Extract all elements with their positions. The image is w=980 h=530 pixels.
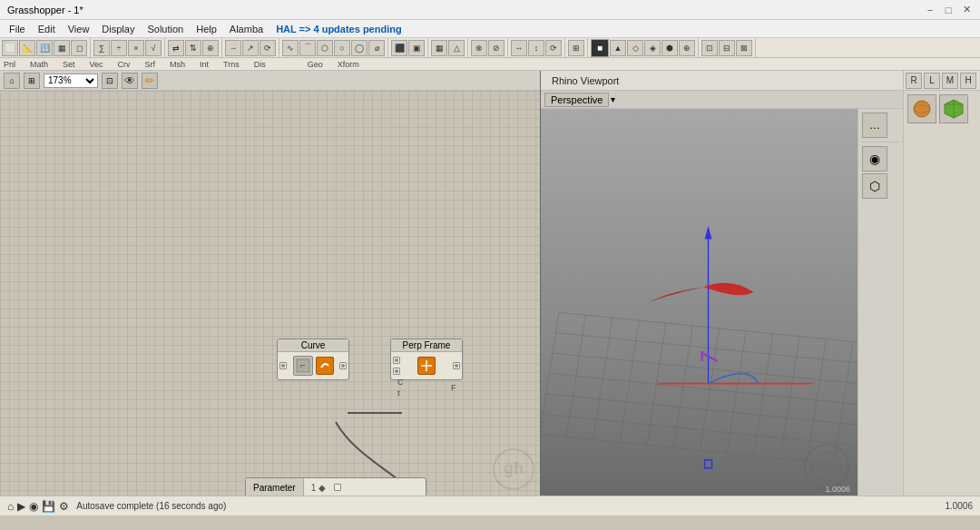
perp-frame-outputs [451,352,462,379]
tb-btn-22[interactable]: ⬛ [391,40,407,56]
parameter-node-label: Parameter [246,478,304,496]
menu-alamba[interactable]: Alamba [224,23,269,35]
svg-point-33 [914,101,930,117]
tb-btn-21[interactable]: ⌀ [368,40,385,56]
viewport-label-bar: Perspective ▾ [541,91,903,109]
tb-btn-17[interactable]: ⌒ [299,40,316,56]
right-side-panel: R L M H [903,71,980,496]
rhino-3d-canvas[interactable]: ... … ◉ ⬡ [541,109,903,496]
rp-btn-sphere[interactable] [907,94,936,123]
svg-point-2 [319,360,330,371]
tb-btn-34[interactable]: ◈ [644,40,661,56]
status-icon-home[interactable]: ⌂ [7,500,14,513]
canvas-btn-home[interactable]: ⌂ [4,73,20,89]
perp-frame-f-port[interactable] [453,362,460,369]
menubar: File Edit View Display Solution Help Ala… [0,20,980,38]
menu-view[interactable]: View [63,23,95,35]
tb-btn-26[interactable]: ⊗ [471,40,487,56]
grasshopper-canvas[interactable]: ⌂ ⊞ 173% 100% 50% ⊡ 👁 ✏ Curve [0,71,540,496]
toolbar-section-int: ⊗ ⊘ [471,38,508,57]
tb-btn-37[interactable]: ⊡ [701,40,718,56]
tb-btn-9[interactable]: √ [145,40,162,56]
tb-display-btn[interactable]: ■ [591,39,609,57]
tb-btn-4[interactable]: ▦ [54,40,70,56]
curve-output-port[interactable] [339,362,347,369]
rhino-divider [862,142,899,142]
curve-node[interactable]: Curve ⌐ [277,339,349,380]
tb-btn-3[interactable]: 🔢 [36,40,53,56]
label-msh: Msh [170,60,185,69]
rhino-btn-1[interactable]: … [862,113,887,138]
tb-btn-28[interactable]: ↔ [511,40,527,56]
curve-input-port[interactable] [279,362,287,369]
tb-btn-39[interactable]: ⊠ [736,40,752,56]
perp-frame-node[interactable]: Perp Frame [390,339,463,380]
rp-top-btn-1[interactable]: R [906,73,922,89]
menu-display[interactable]: Display [96,23,140,35]
parameter-output-port[interactable] [334,484,341,491]
status-icon-stop[interactable]: ◉ [29,500,38,513]
status-icon-settings[interactable]: ⚙ [59,500,69,513]
tb-btn-11[interactable]: ⇅ [185,40,201,56]
perp-frame-c-port[interactable] [393,357,400,364]
tb-btn-16[interactable]: ∿ [282,40,299,56]
tb-btn-33[interactable]: ◇ [627,40,643,56]
tb-btn-14[interactable]: ↗ [242,40,259,56]
rhino-btn-sphere[interactable]: ◉ [862,146,887,172]
tb-btn-24[interactable]: ▦ [431,40,447,56]
tb-btn-10[interactable]: ⇄ [168,40,184,56]
statusbar-left: ⌂ ▶ ◉ 💾 ⚙ [7,500,69,513]
tb-btn-8[interactable]: × [128,40,144,56]
perp-f-label: F [451,383,456,392]
status-icon-save[interactable]: 💾 [42,500,55,513]
tb-btn-38[interactable]: ⊟ [719,40,735,56]
tb-btn-19[interactable]: ○ [334,40,350,56]
tb-btn-15[interactable]: ⟳ [260,40,276,56]
menu-hal[interactable]: HAL => 4 updates pending [270,23,407,35]
perp-frame-c-dot [395,358,398,362]
perp-frame-t-port[interactable] [393,368,400,375]
tb-btn-32[interactable]: ▲ [610,40,626,56]
menu-edit[interactable]: Edit [33,23,61,35]
zoom-selector[interactable]: 173% 100% 50% [44,74,98,88]
rp-top-btn-3[interactable]: M [942,73,958,89]
canvas-btn-grid[interactable]: ⊞ [24,73,40,89]
tb-btn-36[interactable]: ⊕ [679,40,695,56]
rp-top-btn-2[interactable]: L [924,73,940,89]
curve-node-body: ⌐ [278,352,348,379]
tb-btn-13[interactable]: → [225,40,241,56]
tb-btn-29[interactable]: ↕ [528,40,544,56]
close-button[interactable]: ✕ [960,4,973,16]
canvas-btn-fit[interactable]: ⊡ [102,73,118,89]
tb-btn-35[interactable]: ⬢ [662,40,678,56]
canvas-btn-eye[interactable]: 👁 [122,73,138,89]
tb-btn-27[interactable]: ⊘ [488,40,505,56]
menu-file[interactable]: File [4,23,31,35]
tb-btn-5[interactable]: ◻ [71,40,87,56]
tb-btn-30[interactable]: ⟳ [545,40,562,56]
tb-btn-12[interactable]: ⊕ [202,40,219,56]
tb-btn-31[interactable]: ⊞ [568,40,584,56]
canvas-btn-pencil[interactable]: ✏ [142,73,158,89]
tb-btn-20[interactable]: ◯ [351,40,368,56]
rp-btn-cube[interactable] [939,94,968,123]
tb-btn-18[interactable]: ⬡ [317,40,333,56]
maximize-button[interactable]: □ [942,4,955,16]
tb-btn-6[interactable]: ∑ [93,40,110,56]
tb-btn-23[interactable]: ▣ [408,40,425,56]
rhino-btn-cube[interactable]: ⬡ [862,173,887,199]
tb-btn-7[interactable]: ÷ [111,40,127,56]
menu-help[interactable]: Help [191,23,222,35]
tb-btn-25[interactable]: △ [448,40,465,56]
perspective-label[interactable]: Perspective [544,93,609,107]
perspective-dropdown-arrow[interactable]: ▾ [611,94,615,104]
rp-top-btn-4[interactable]: H [960,73,976,89]
main-toolbar: ⬜ 📐 🔢 ▦ ◻ ∑ ÷ × √ ⇄ ⇅ ⊕ → ↗ ⟳ ∿ ⌒ ⬡ ○ ◯ … [0,38,980,58]
parameter-node[interactable]: Parameter 1 ◆ [245,477,426,496]
menu-solution[interactable]: Solution [142,23,189,35]
status-icon-play[interactable]: ▶ [17,500,25,513]
minimize-button[interactable]: − [924,4,936,16]
toolbar-section-vec: → ↗ ⟳ [225,38,279,57]
tb-btn-2[interactable]: 📐 [19,40,35,56]
tb-btn-1[interactable]: ⬜ [2,40,18,56]
